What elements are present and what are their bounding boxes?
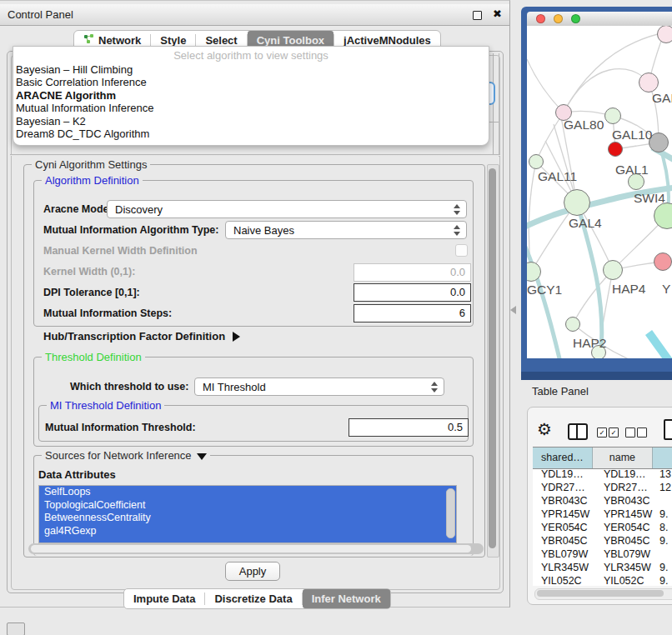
network-window-titlebar[interactable] xyxy=(527,12,672,26)
table-row[interactable]: YLR345WYLR345W9. xyxy=(533,561,672,574)
unchecked-checkbox-icon[interactable] xyxy=(625,428,635,438)
table-row[interactable]: YDR27…YDR27…12 xyxy=(533,481,672,494)
mi-type-select[interactable]: Naive Bayes xyxy=(225,221,467,239)
unchecked-checkbox-icon[interactable] xyxy=(637,428,647,438)
scrollbar-thumb[interactable] xyxy=(537,590,664,597)
table-row[interactable]: YBR045CYBR045C9. xyxy=(533,534,672,548)
sources-group-title[interactable]: Sources for Network Inference xyxy=(42,449,210,462)
mi-threshold-field[interactable]: 0.5 xyxy=(349,418,469,437)
attributes-list-scrollbar[interactable] xyxy=(446,488,455,538)
data-attributes-label: Data Attributes xyxy=(38,468,116,481)
table-cell: 9. xyxy=(653,508,672,521)
file-icon[interactable] xyxy=(664,419,672,440)
manual-kernel-width-checkbox[interactable] xyxy=(455,244,468,257)
mi-type-value: Naive Bayes xyxy=(233,224,294,237)
apply-button[interactable]: Apply xyxy=(225,562,280,581)
table-cell: 12 xyxy=(653,481,672,494)
network-node-label-hap2: HAP2 xyxy=(573,336,607,351)
data-attribute-item-gal4rgexp[interactable]: gal4RGexp xyxy=(39,525,456,538)
network-node-label-y: Y xyxy=(662,282,670,297)
algorithm-option-mutual-information-inference[interactable]: Mutual Information Inference xyxy=(13,102,489,114)
table-settings-gear-icon[interactable]: ⚙ xyxy=(537,420,552,438)
spinner-icon xyxy=(431,382,439,392)
algorithm-option-bayesian-hill-climbing[interactable]: Bayesian – Hill Climbing xyxy=(13,63,489,76)
dpi-tolerance-field[interactable]: 0.0 xyxy=(354,283,471,302)
checked-checkbox-icon[interactable] xyxy=(597,428,607,438)
network-node[interactable] xyxy=(654,252,672,271)
tab-impute-data[interactable]: Impute Data xyxy=(124,589,204,608)
table-row[interactable]: YPR145WYPR145W9. xyxy=(533,508,672,521)
kernel-width-field[interactable]: 0.0 xyxy=(354,263,471,282)
tab-discretize-data[interactable]: Discretize Data xyxy=(205,589,301,608)
table-cell: YDR27… xyxy=(593,481,653,494)
data-attribute-item-betweennesscentrality[interactable]: BetweennessCentrality xyxy=(39,512,456,525)
table-cell: YBL079W xyxy=(593,548,653,561)
table-cell: 13 xyxy=(653,468,672,481)
hub-definition-expander[interactable]: Hub/Transcription Factor Definition xyxy=(43,330,240,342)
minimized-panel-icon[interactable] xyxy=(7,622,25,635)
close-icon[interactable]: ✖ xyxy=(493,8,502,20)
splitter-collapse-icon[interactable] xyxy=(510,306,516,314)
zoom-traffic-icon[interactable] xyxy=(571,14,580,23)
table-row[interactable]: YBR043CYBR043C xyxy=(533,494,672,508)
scrollbar-thumb[interactable] xyxy=(489,168,496,548)
split-columns-icon[interactable] xyxy=(568,423,588,440)
algorithm-option-bayesian-k2[interactable]: Bayesian – K2 xyxy=(13,115,489,128)
mi-steps-field[interactable]: 6 xyxy=(354,304,471,322)
aracne-mode-select[interactable]: Discovery xyxy=(107,200,467,218)
algorithm-option-dream8-dc-tdc-algorithm[interactable]: Dream8 DC_TDC Algorithm xyxy=(13,128,489,140)
which-threshold-label: Which threshold to use: xyxy=(70,381,188,392)
table-cell: YPR145W xyxy=(533,508,593,521)
network-node[interactable] xyxy=(565,317,580,332)
network-node-label-gal80: GAL80 xyxy=(564,118,604,132)
which-threshold-value: MI Threshold xyxy=(203,381,266,393)
threshold-definition-title: Threshold Definition xyxy=(42,351,145,363)
column-header-shared[interactable]: shared… xyxy=(533,448,593,468)
data-attributes-list[interactable]: SelfLoopsTopologicalCoefficientBetweenne… xyxy=(38,485,457,543)
spinner-icon xyxy=(454,204,461,215)
tab-infer-network[interactable]: Infer Network xyxy=(303,589,390,608)
settings-horizontal-scrollbar[interactable] xyxy=(28,543,484,554)
column-header-name[interactable]: name xyxy=(593,448,653,468)
table-row[interactable]: YIL052CYIL052C9. xyxy=(533,574,672,586)
settings-vertical-scrollbar[interactable] xyxy=(487,164,499,558)
network-window-shadow xyxy=(521,372,672,380)
data-attribute-item-topologicalcoefficient[interactable]: TopologicalCoefficient xyxy=(39,499,456,512)
kernel-width-label: Kernel Width (0,1): xyxy=(43,266,135,278)
tab-label: Discretize Data xyxy=(214,589,292,609)
algorithm-option-aracne-algorithm[interactable]: ARACNE Algorithm xyxy=(13,89,489,102)
table-cell: YBL079W xyxy=(533,548,593,561)
close-traffic-icon[interactable] xyxy=(536,14,545,23)
table-header: shared…name xyxy=(533,447,672,469)
algorithm-option-basic-correlation-inference[interactable]: Basic Correlation Inference xyxy=(13,76,489,88)
tab-label: Impute Data xyxy=(133,589,195,609)
table-row[interactable]: YER054CYER054C8. xyxy=(533,521,672,534)
which-threshold-select[interactable]: MI Threshold xyxy=(194,378,444,396)
table-row[interactable]: YDL19…YDL19…13 xyxy=(533,468,672,481)
column-header-extra[interactable] xyxy=(653,448,672,468)
table-cell: YBR043C xyxy=(533,494,593,508)
float-panel-icon[interactable] xyxy=(473,11,482,20)
network-canvas[interactable]: GALGAL80GAL10GAL1GAL11SWI4GAL4GCY1HAP4YH… xyxy=(527,26,672,358)
network-node[interactable] xyxy=(604,108,621,124)
spinner-icon xyxy=(454,225,461,236)
network-node[interactable] xyxy=(639,72,659,92)
network-node[interactable] xyxy=(564,189,590,216)
table-cell: 9. xyxy=(653,574,672,586)
minimize-traffic-icon[interactable] xyxy=(554,14,563,23)
control-panel-titlebar: Control Panel ✖ xyxy=(0,4,509,26)
network-node-label-hap4: HAP4 xyxy=(612,282,646,297)
network-node[interactable] xyxy=(603,260,623,280)
data-attribute-item-selfloops[interactable]: SelfLoops xyxy=(39,486,456,499)
sources-title-text: Sources for Network Inference xyxy=(45,449,192,462)
network-node[interactable] xyxy=(608,142,623,157)
scrollbar-thumb[interactable] xyxy=(31,545,471,552)
highlighted-edge xyxy=(649,332,672,358)
table-cell: YDR27… xyxy=(533,481,593,494)
network-node[interactable] xyxy=(529,154,544,169)
table-row[interactable]: YBL079WYBL079W xyxy=(533,548,672,561)
network-node[interactable] xyxy=(657,26,672,43)
table-horizontal-scrollbar[interactable] xyxy=(534,588,672,600)
checked-checkbox-icon[interactable] xyxy=(609,428,619,438)
desktop: { "colors": { "selection_blue": "#3e6ed6… xyxy=(0,0,672,635)
